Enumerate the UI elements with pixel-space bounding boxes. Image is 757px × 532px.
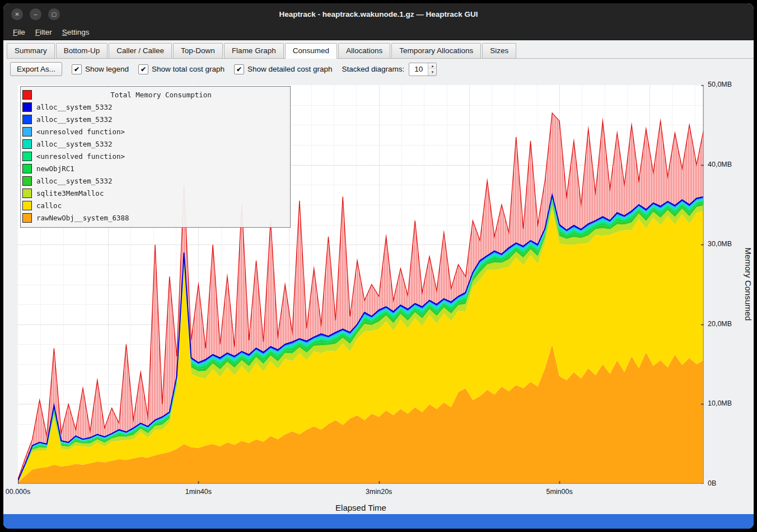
legend-label: newObjRC1 <box>36 164 74 173</box>
legend-label: alloc__system_5332 <box>36 103 112 111</box>
legend-entry: newObjRC1 <box>22 162 286 175</box>
legend-label: alloc__system_5332 <box>36 140 112 148</box>
checkbox-group: ✔Show legend✔Show total cost graph✔Show … <box>72 64 333 74</box>
minimize-button[interactable]: – <box>30 8 41 20</box>
menu-filter[interactable]: Filter <box>30 26 57 38</box>
stacked-diagrams-spinbox: 10 ▲ ▼ <box>409 63 437 76</box>
legend-swatch <box>22 115 32 124</box>
x-tick-label: 5min00s <box>534 488 585 496</box>
legend-entry: <unresolved function> <box>22 125 286 138</box>
legend-title-row: Total Memory Consumption <box>22 88 286 101</box>
checkbox-show-total-cost-graph[interactable]: ✔Show total cost graph <box>138 64 225 74</box>
y-axis-label: Memory Consumed <box>744 248 753 321</box>
legend-swatch <box>22 152 32 161</box>
checkbox-label: Show total cost graph <box>152 65 225 73</box>
chart-legend: Total Memory Consumption alloc__system_5… <box>20 86 291 228</box>
toolbar: Export As... ✔Show legend✔Show total cos… <box>3 59 754 79</box>
legend-entry: rawNewObj__system_6388 <box>22 211 286 224</box>
legend-title: Total Memory Consumption <box>36 91 286 99</box>
checkbox-label: Show detailed cost graph <box>247 65 333 73</box>
legend-label: calloc <box>36 201 62 210</box>
heaptrack-window: ✕–▢ Heaptrack - heaptrack.wakunode.1.gz … <box>3 3 754 529</box>
spin-up-icon[interactable]: ▲ <box>428 63 436 69</box>
tab-allocations[interactable]: Allocations <box>338 43 390 58</box>
legend-swatch <box>22 102 32 112</box>
legend-swatch <box>22 164 32 173</box>
legend-total-swatch <box>22 90 32 100</box>
legend-entry: alloc__system_5332 <box>22 113 286 125</box>
legend-label: rawNewObj__system_6388 <box>36 214 129 222</box>
y-tick-label: 20,0MB <box>708 320 732 328</box>
tab-bottom-up[interactable]: Bottom-Up <box>56 43 108 58</box>
legend-label: alloc__system_5332 <box>36 115 112 124</box>
y-tick-label: 30,0MB <box>708 240 732 248</box>
title-bar: ✕–▢ Heaptrack - heaptrack.wakunode.1.gz … <box>3 3 754 25</box>
x-axis-label: Elapsed Time <box>18 503 704 512</box>
window-title: Heaptrack - heaptrack.wakunode.1.gz — He… <box>3 10 754 18</box>
x-tick-label: 3min20s <box>354 488 404 496</box>
tab-caller-callee[interactable]: Caller / Callee <box>109 43 172 58</box>
y-tick-label: 10,0MB <box>708 399 732 407</box>
legend-swatch <box>22 189 32 198</box>
legend-swatch <box>22 176 32 186</box>
legend-swatch <box>22 139 32 149</box>
consumed-chart-area: Total Memory Consumption alloc__system_5… <box>3 79 754 517</box>
legend-swatch <box>22 213 32 223</box>
menu-file[interactable]: File <box>8 26 30 38</box>
spin-down-icon[interactable]: ▼ <box>428 69 436 76</box>
checkbox-icon: ✔ <box>138 64 148 74</box>
stacked-diagrams-label: Stacked diagrams: <box>342 65 405 73</box>
legend-swatch <box>22 127 32 136</box>
spin-buttons: ▲ ▼ <box>428 63 436 76</box>
x-tick-label: 00.000s <box>3 488 43 496</box>
tab-flame-graph[interactable]: Flame Graph <box>224 43 284 58</box>
checkbox-label: Show legend <box>85 65 129 73</box>
legend-label: <unresolved function> <box>36 128 125 136</box>
y-tick-label: 50,0MB <box>708 81 732 88</box>
checkbox-icon: ✔ <box>234 64 244 74</box>
tab-bar: SummaryBottom-UpCaller / CalleeTop-DownF… <box>7 43 754 59</box>
legend-swatch <box>22 201 32 210</box>
tab-sizes[interactable]: Sizes <box>482 43 516 58</box>
tab-consumed[interactable]: Consumed <box>285 43 337 59</box>
stacked-diagrams-control: Stacked diagrams: 10 ▲ ▼ <box>342 63 437 76</box>
x-tick-label: 1min40s <box>173 488 223 496</box>
tab-summary[interactable]: Summary <box>7 43 55 58</box>
legend-entry: alloc__system_5332 <box>22 138 286 150</box>
export-as-button[interactable]: Export As... <box>10 62 62 76</box>
legend-entry: alloc__system_5332 <box>22 101 286 113</box>
window-controls: ✕–▢ <box>11 8 60 20</box>
legend-label: alloc__system_5332 <box>36 177 112 185</box>
checkbox-show-legend[interactable]: ✔Show legend <box>72 64 129 74</box>
checkbox-show-detailed-cost-graph[interactable]: ✔Show detailed cost graph <box>234 64 333 74</box>
menu-bar: FileFilterSettings <box>3 25 754 40</box>
tab-top-down[interactable]: Top-Down <box>173 43 223 58</box>
menu-settings[interactable]: Settings <box>57 26 95 38</box>
y-tick-label: 40,0MB <box>708 161 732 168</box>
checkbox-icon: ✔ <box>72 64 82 74</box>
legend-label: <unresolved function> <box>36 152 125 161</box>
close-button[interactable]: ✕ <box>11 8 23 20</box>
legend-label: sqlite3MemMalloc <box>36 189 104 197</box>
legend-entry: calloc <box>22 199 286 211</box>
legend-entry: sqlite3MemMalloc <box>22 187 286 199</box>
stacked-diagrams-value[interactable]: 10 <box>409 63 428 76</box>
maximize-button[interactable]: ▢ <box>48 8 60 20</box>
bottom-bar <box>3 514 754 529</box>
y-tick-label: 0B <box>708 479 716 487</box>
legend-entry: <unresolved function> <box>22 150 286 162</box>
tab-temporary-allocations[interactable]: Temporary Allocations <box>391 43 481 58</box>
legend-entry: alloc__system_5332 <box>22 175 286 187</box>
